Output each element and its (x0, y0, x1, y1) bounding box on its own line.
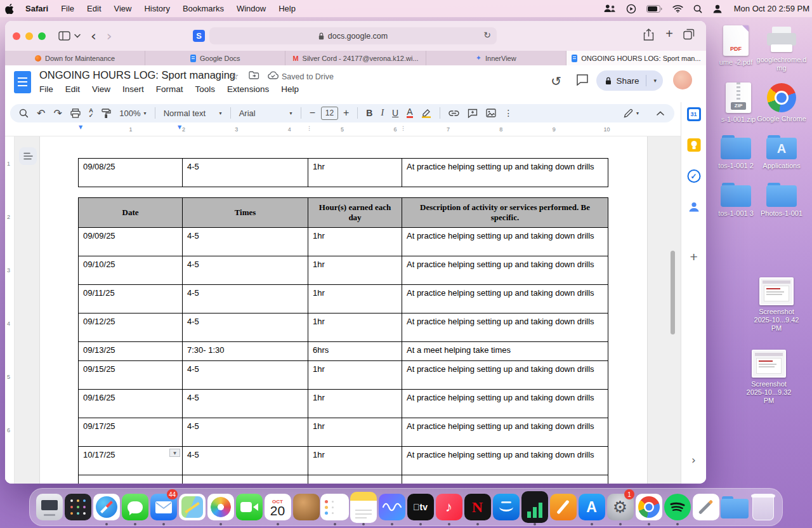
blue-stream-app-dock-icon[interactable] (492, 489, 520, 525)
menu-item-view[interactable]: View (114, 4, 132, 13)
mail-dock-icon[interactable]: 44 (149, 489, 178, 525)
font-family-select[interactable]: Arial▾ (239, 109, 292, 118)
print-icon[interactable] (70, 109, 81, 118)
table-cell[interactable]: 4-5 (183, 361, 308, 390)
menu-clock[interactable]: Mon Oct 20 2:59 PM (734, 4, 809, 13)
zoom-window-button[interactable] (38, 32, 46, 40)
cell-dropdown-chip[interactable]: ▼ (169, 449, 180, 457)
table-cell[interactable]: 09/10/25 (78, 256, 183, 285)
document-outline-button[interactable] (19, 147, 37, 165)
table-cell[interactable] (78, 475, 183, 484)
docs-menu-file[interactable]: File (39, 84, 53, 94)
messages-dock-icon[interactable] (121, 489, 149, 525)
music-dock-icon[interactable]: ♪ (435, 489, 463, 525)
browser-tab-4[interactable]: ONGOING HOURS LOG: Sport man... (566, 51, 706, 65)
desktop-item-5[interactable]: AApplications (754, 135, 809, 170)
maps-dock-icon[interactable] (178, 489, 206, 525)
new-tab-icon[interactable]: + (665, 27, 673, 41)
table-cell[interactable]: 1hr (308, 285, 402, 314)
table-cell[interactable]: At practice helping setting up and takin… (402, 159, 608, 187)
share-icon[interactable] (643, 29, 654, 44)
table-cell[interactable]: 4-5 (183, 314, 308, 342)
notes-dock-icon[interactable] (349, 489, 377, 525)
table-cell[interactable] (308, 475, 402, 484)
docs-menu-insert[interactable]: Insert (122, 84, 144, 94)
photos-dock-icon[interactable] (206, 489, 235, 525)
spellcheck-icon[interactable]: A✓ (89, 108, 94, 118)
text-color-button[interactable]: A (407, 108, 412, 118)
cloud-saved-icon[interactable] (267, 70, 279, 81)
google-tasks-icon[interactable]: ✓ (687, 169, 700, 183)
table-cell[interactable]: 1hr (308, 228, 402, 256)
insert-link-icon[interactable] (449, 110, 459, 116)
table-cell[interactable]: 4-5 (183, 159, 308, 187)
table-cell[interactable]: At practice helping setting up and takin… (402, 314, 608, 342)
table-cell[interactable]: 09/12/25 (78, 314, 183, 342)
table-cell[interactable]: 1hr (308, 361, 402, 390)
hide-side-panel-icon[interactable]: › (691, 454, 696, 466)
table-cell[interactable]: 4-5 (183, 285, 308, 314)
more-options-icon[interactable]: ⋮ (504, 108, 513, 118)
toolbar-search-icon[interactable] (19, 109, 29, 118)
docs-menu-view[interactable]: View (92, 84, 110, 94)
paragraph-style-select[interactable]: Normal text▾ (164, 109, 222, 118)
get-addons-icon[interactable]: + (690, 249, 697, 265)
table-cell[interactable] (402, 475, 608, 484)
italic-button[interactable]: I (381, 108, 384, 118)
downloads-folder-dock-icon[interactable] (720, 489, 749, 525)
table-cell[interactable]: 4-5 (183, 228, 308, 256)
table-cell[interactable]: 1hr (308, 418, 402, 447)
family-icon[interactable] (604, 4, 616, 13)
close-window-button[interactable] (13, 32, 20, 40)
menu-item-bookmarks[interactable]: Bookmarks (183, 4, 224, 13)
table-cell[interactable]: 1hr (308, 314, 402, 342)
browser-tab-2[interactable]: MSilver Cord - 24177@verona.k12.wi... (285, 51, 426, 65)
table-cell[interactable]: 4-5 (183, 256, 308, 285)
tab-overview-icon[interactable] (683, 29, 695, 43)
apple-tv-dock-icon[interactable]: tv (406, 489, 435, 525)
table-cell[interactable]: At practice helping setting up and takin… (402, 418, 608, 447)
menu-item-history[interactable]: History (144, 4, 169, 13)
sidebar-toggle-icon[interactable] (58, 31, 70, 41)
collapse-toolbar-icon[interactable] (657, 111, 664, 116)
menu-item-help[interactable]: Help (278, 4, 296, 13)
table-cell[interactable]: At practice helping setting up and takin… (402, 228, 608, 256)
table-cell[interactable]: 1hr (308, 256, 402, 285)
table-cell[interactable]: Times (183, 198, 308, 228)
desktop-item-3[interactable]: Google Chrome (754, 83, 809, 123)
table-cell[interactable]: 09/13/25 (78, 342, 183, 361)
trash-dock-icon[interactable] (749, 489, 777, 525)
comments-icon[interactable] (576, 74, 589, 88)
desktop-item-1[interactable]: googlechrome.dmg (754, 27, 809, 72)
netflix-dock-icon[interactable]: N (463, 489, 492, 525)
share-caret-icon[interactable]: ▾ (653, 77, 657, 84)
battery-icon[interactable] (646, 5, 662, 13)
zoom-select[interactable]: 100%▾ (119, 109, 146, 118)
back-button[interactable]: ‹ (91, 29, 96, 43)
account-avatar[interactable] (673, 70, 692, 89)
user-switch-icon[interactable] (712, 4, 723, 13)
column-grip[interactable]: ⋮ (400, 125, 405, 131)
table-cell[interactable]: 09/09/25 (78, 228, 183, 256)
reminders-dock-icon[interactable] (320, 489, 349, 525)
music-wave-app-dock-icon[interactable] (377, 489, 406, 525)
menu-app-name[interactable]: Safari (25, 4, 48, 13)
docs-menu-extensions[interactable]: Extensions (227, 84, 269, 94)
safari-dock-icon[interactable] (92, 489, 121, 525)
table-cell[interactable]: 10/17/25▼ (78, 447, 183, 475)
photo-booth-dock-icon[interactable] (292, 489, 320, 525)
underline-button[interactable]: U (392, 108, 398, 118)
calendar-dock-icon[interactable]: OCT20 (263, 489, 292, 525)
google-calendar-icon[interactable]: 31 (687, 107, 701, 121)
table-cell[interactable]: Date (78, 198, 183, 228)
redo-icon[interactable]: ↷ (53, 107, 62, 119)
table-cell[interactable]: At practice helping setting up and takin… (402, 447, 608, 475)
table-cell[interactable]: 09/17/25 (78, 418, 183, 447)
apple-logo-icon[interactable] (5, 4, 14, 14)
table-cell[interactable]: Description of activity or services perf… (402, 198, 608, 228)
table-cell[interactable]: At practice helping setting up and takin… (402, 361, 608, 390)
address-bar[interactable]: docs.google.com ↻ (209, 27, 497, 44)
table-cell[interactable]: 09/16/25 (78, 390, 183, 418)
facetime-dock-icon[interactable] (235, 489, 263, 525)
spotlight-search-icon[interactable] (693, 4, 702, 13)
